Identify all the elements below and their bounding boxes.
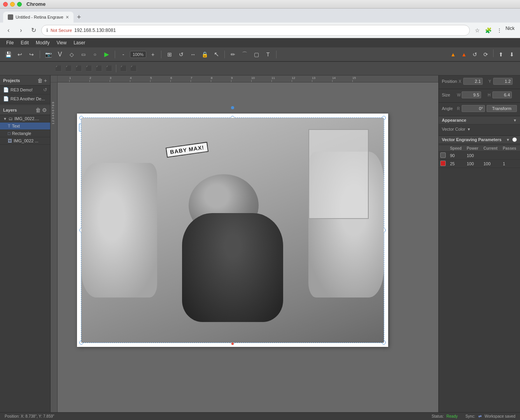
layer-settings-button[interactable]: ⚙ bbox=[42, 107, 47, 113]
sublayer-img0022[interactable]: 🖼 IMG_0022 ... bbox=[0, 137, 50, 145]
size-w-input[interactable] bbox=[462, 91, 481, 98]
align-top-button[interactable]: ⬛ bbox=[84, 64, 93, 73]
align-center-v-button[interactable]: ⬛ bbox=[94, 64, 103, 73]
refresh-button[interactable]: ⟳ bbox=[481, 49, 491, 60]
forward-button[interactable]: › bbox=[16, 26, 26, 35]
vep-toggle[interactable] bbox=[512, 137, 517, 142]
menu-file[interactable]: File bbox=[3, 39, 17, 46]
vep-header[interactable]: Vector Engraving Parameters ▼ bbox=[439, 136, 520, 144]
fit-view-button[interactable]: ⊞ bbox=[165, 49, 175, 60]
distribute-v-button[interactable]: ⬛ bbox=[129, 64, 138, 73]
vep-color-swatch-1[interactable] bbox=[440, 152, 446, 158]
new-tab-button[interactable]: + bbox=[74, 12, 84, 23]
extensions-button[interactable]: 🧩 bbox=[484, 26, 493, 35]
rotate-button[interactable]: ↺ bbox=[176, 49, 186, 60]
design-page: BABY MAX! bbox=[77, 114, 388, 347]
projects-actions: 🗑 + bbox=[37, 77, 47, 84]
play-button[interactable]: ▶ bbox=[102, 49, 112, 60]
tab-close-button[interactable]: × bbox=[66, 14, 69, 20]
transform-button[interactable]: Transform bbox=[487, 105, 517, 112]
close-button[interactable] bbox=[3, 2, 8, 7]
sync-status: Sync: ⇄ Workspace saved bbox=[466, 414, 515, 418]
maximize-button[interactable] bbox=[17, 2, 22, 7]
distribute-h-button[interactable]: ⬛ bbox=[119, 64, 128, 73]
canvas-workspace[interactable]: BABY MAX! bbox=[58, 82, 438, 404]
menu-laser[interactable]: Laser bbox=[70, 39, 88, 46]
add-project-button[interactable]: + bbox=[44, 77, 47, 84]
zoom-out-button[interactable]: - bbox=[118, 49, 128, 60]
sublayer-text[interactable]: T Text bbox=[0, 122, 50, 130]
vep-row2-passes: 1 bbox=[501, 160, 520, 168]
project-item-2[interactable]: 📄 RE3 Another De... bbox=[0, 94, 50, 103]
delete-layer-button[interactable]: 🗑 bbox=[35, 107, 41, 113]
bookmark-button[interactable]: ☆ bbox=[473, 26, 482, 35]
project-item-1[interactable]: 📄 RE3 Demo! ↺ bbox=[0, 86, 50, 94]
layers-label: Layers bbox=[3, 108, 34, 112]
appearance-section-header[interactable]: Appearance ▼ bbox=[439, 116, 520, 124]
ruler-h-tick-15: 15 bbox=[352, 76, 356, 80]
pen-tool[interactable]: ✏ bbox=[228, 49, 238, 60]
layer-group-img0022[interactable]: ▼ 🗂 IMG_0022.... bbox=[0, 115, 50, 122]
align-right-button[interactable]: ⬛ bbox=[74, 64, 83, 73]
text-tool[interactable]: T bbox=[263, 49, 273, 60]
align-bottom-button[interactable]: ⬛ bbox=[104, 64, 114, 73]
zoom-in-button[interactable]: + bbox=[148, 49, 158, 60]
save-button[interactable]: 💾 bbox=[3, 49, 13, 60]
layer-expand-icon[interactable]: ▼ bbox=[3, 117, 7, 121]
size-h-input[interactable] bbox=[492, 91, 512, 98]
ruler-h-tick-14: 14 bbox=[332, 76, 336, 80]
rect-tool[interactable]: ▭ bbox=[78, 49, 88, 60]
sync-button[interactable]: ⇄ bbox=[478, 414, 481, 418]
project-refresh-1[interactable]: ↺ bbox=[43, 87, 47, 93]
redo-button[interactable]: ↪ bbox=[26, 49, 37, 60]
rotation-handle[interactable] bbox=[231, 106, 234, 109]
chrome-menu-button[interactable]: ⋮ bbox=[495, 26, 504, 35]
lock-button[interactable]: 🔒 bbox=[200, 49, 210, 60]
active-tab[interactable]: Untitled - Retina Engrave × bbox=[3, 12, 74, 23]
undo-button[interactable]: ↩ bbox=[15, 49, 25, 60]
fire-engrave-button[interactable]: ▲ bbox=[459, 49, 469, 60]
mirror-button[interactable]: ↔ bbox=[188, 49, 198, 60]
align-center-h-button[interactable]: ⬛ bbox=[64, 64, 73, 73]
node-tool[interactable]: ◇ bbox=[67, 49, 77, 60]
import-button[interactable]: ⬆ bbox=[496, 49, 506, 60]
address-bar[interactable]: ℹ Not Secure 192.168.5.130:8081 bbox=[41, 25, 470, 36]
select-tool[interactable]: V bbox=[55, 49, 65, 60]
reload-button[interactable]: ↻ bbox=[29, 26, 38, 35]
separator-2 bbox=[115, 51, 115, 58]
menu-view[interactable]: View bbox=[53, 39, 70, 46]
vep-label: Vector Engraving Parameters bbox=[442, 137, 506, 142]
size-row: Size W H bbox=[442, 91, 517, 98]
cursor-tool[interactable]: ↖ bbox=[211, 49, 221, 60]
position-row: Position X Y bbox=[442, 78, 517, 85]
align-left-button[interactable]: ⬛ bbox=[54, 64, 63, 73]
delete-project-button[interactable]: 🗑 bbox=[37, 77, 43, 84]
select-rect-tool[interactable]: ▢ bbox=[251, 49, 261, 60]
back-button[interactable]: ‹ bbox=[4, 26, 13, 35]
bezier-tool[interactable]: ⌒ bbox=[240, 49, 250, 60]
separator-5 bbox=[276, 51, 277, 58]
minimize-button[interactable] bbox=[10, 2, 15, 7]
size-label: Size bbox=[442, 93, 455, 97]
ellipse-tool[interactable]: ○ bbox=[90, 49, 100, 60]
canvas-area[interactable]: 1 2 3 4 5 6 7 8 9 10 11 12 13 1 bbox=[51, 75, 438, 412]
position-y-input[interactable] bbox=[493, 78, 513, 85]
fire-cut-button[interactable]: ▲ bbox=[448, 49, 458, 60]
menu-edit[interactable]: Edit bbox=[18, 39, 32, 46]
w-label: W bbox=[457, 93, 461, 97]
export-button[interactable]: ⬇ bbox=[507, 49, 517, 60]
camera-button[interactable]: 📷 bbox=[43, 49, 53, 60]
size-h-group: H bbox=[488, 91, 517, 98]
trace-button[interactable]: ↺ bbox=[470, 49, 480, 60]
photo-content: BABY MAX! bbox=[81, 118, 384, 343]
menu-modify[interactable]: Modify bbox=[33, 39, 53, 46]
image-selection[interactable]: BABY MAX! bbox=[81, 117, 384, 343]
tab-favicon bbox=[8, 14, 13, 20]
vep-color-swatch-2[interactable] bbox=[440, 161, 446, 166]
position-x-input[interactable] bbox=[463, 78, 483, 85]
angle-r-input[interactable] bbox=[462, 105, 485, 112]
sublayer-rectangle[interactable]: □ Rectangle bbox=[0, 130, 50, 137]
ruler-h-tick-1: 1 bbox=[69, 76, 71, 80]
status-text-label: Status: bbox=[432, 414, 444, 418]
separator-3 bbox=[161, 51, 161, 58]
